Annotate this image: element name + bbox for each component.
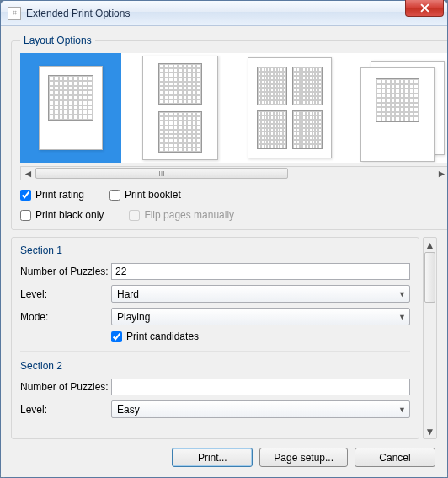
- layout-options-group: Layout Options: [11, 35, 447, 230]
- layout-thumbnails: [20, 53, 447, 163]
- scroll-left-arrow[interactable]: ◄: [21, 167, 35, 180]
- scroll-handle[interactable]: III: [35, 168, 288, 179]
- chevron-down-icon: ▼: [398, 313, 406, 321]
- s1-level-label: Level:: [20, 288, 111, 300]
- print-black-only-checkbox[interactable]: Print black only: [20, 209, 104, 221]
- titlebar: ⌗ Extended Print Options: [1, 1, 447, 26]
- layout-thumbnails-scrollbar[interactable]: ◄ III ►: [20, 166, 447, 180]
- dialog-body: Layout Options: [1, 26, 447, 477]
- flip-pages-input: [129, 210, 140, 221]
- sudoku-grid-icon: [257, 67, 287, 105]
- scroll-track[interactable]: [424, 252, 436, 424]
- s2-num-input[interactable]: [111, 379, 410, 395]
- app-icon: ⌗: [8, 7, 21, 20]
- s1-level-row: Level: Hard ▼: [20, 285, 410, 303]
- s1-mode-row: Mode: Playing ▼: [20, 308, 410, 325]
- print-candidates-checkbox[interactable]: Print candidates: [111, 330, 202, 342]
- scroll-track[interactable]: III: [35, 167, 435, 180]
- sudoku-grid-icon: [257, 110, 287, 149]
- s1-mode-value: Playing: [117, 311, 150, 323]
- s2-level-value: Easy: [117, 404, 140, 416]
- page-preview: [248, 57, 332, 158]
- layout-checkbox-row-2: Print black only Flip pages manually: [20, 209, 447, 221]
- layout-options-legend: Layout Options: [20, 35, 95, 46]
- window-title: Extended Print Options: [26, 8, 130, 19]
- flip-pages-label: Flip pages manually: [144, 209, 234, 221]
- s1-level-select[interactable]: Hard ▼: [111, 285, 410, 303]
- layout-thumb-booklet[interactable]: [349, 53, 447, 163]
- close-button[interactable]: [405, 0, 444, 17]
- s2-level-select[interactable]: Easy ▼: [111, 400, 410, 418]
- page-preview: [142, 56, 218, 160]
- section-1-title: Section 1: [20, 244, 410, 256]
- s1-num-input[interactable]: [111, 263, 410, 280]
- chevron-down-icon: ▼: [398, 290, 406, 298]
- sections-scrollbar[interactable]: ▲ ▼: [423, 237, 437, 439]
- print-booklet-label: Print booklet: [125, 189, 181, 201]
- close-icon: [420, 3, 429, 13]
- s1-candidates-row: Print candidates: [20, 330, 410, 342]
- page-preview: [354, 61, 445, 155]
- button-bar: Print... Page setup... Cancel: [11, 446, 437, 470]
- print-rating-input[interactable]: [20, 190, 31, 201]
- page-preview: [39, 66, 103, 150]
- sudoku-grid-icon: [48, 75, 93, 121]
- s1-num-label: Number of Puzzles:: [20, 266, 111, 277]
- print-black-only-label: Print black only: [35, 209, 104, 221]
- s1-mode-select[interactable]: Playing ▼: [111, 308, 410, 325]
- scroll-right-arrow[interactable]: ►: [435, 167, 447, 180]
- print-booklet-checkbox[interactable]: Print booklet: [109, 189, 181, 201]
- s2-level-row: Level: Easy ▼: [20, 400, 410, 418]
- s2-num-row: Number of Puzzles:: [20, 379, 410, 395]
- scroll-down-arrow[interactable]: ▼: [424, 424, 436, 438]
- s2-level-label: Level:: [20, 404, 111, 416]
- layout-thumb-2up[interactable]: [130, 53, 231, 163]
- layout-checkbox-row-1: Print rating Print booklet: [20, 189, 447, 201]
- s2-num-label: Number of Puzzles:: [20, 381, 111, 393]
- s1-mode-label: Mode:: [20, 311, 111, 323]
- scroll-handle[interactable]: [424, 252, 435, 303]
- print-black-only-input[interactable]: [20, 210, 31, 221]
- sudoku-grid-icon: [292, 67, 323, 105]
- scroll-up-arrow[interactable]: ▲: [424, 238, 436, 252]
- sections-scroll-content: Section 1 Number of Puzzles: Level: Hard…: [11, 237, 419, 439]
- section-divider: [20, 351, 410, 352]
- layout-thumb-4up[interactable]: [239, 53, 340, 163]
- print-candidates-label: Print candidates: [126, 330, 199, 342]
- print-button[interactable]: Print...: [172, 448, 253, 467]
- sudoku-grid-icon: [158, 111, 202, 153]
- print-candidates-input[interactable]: [111, 331, 122, 342]
- dialog-window: ⌗ Extended Print Options Layout Options: [0, 0, 448, 478]
- s1-num-row: Number of Puzzles:: [20, 263, 410, 280]
- layout-thumb-1up[interactable]: [20, 53, 121, 163]
- section-2-title: Section 2: [20, 360, 410, 372]
- print-booklet-input[interactable]: [109, 190, 120, 201]
- page-setup-button[interactable]: Page setup...: [259, 448, 348, 467]
- chevron-down-icon: ▼: [398, 405, 406, 414]
- print-rating-checkbox[interactable]: Print rating: [20, 189, 84, 201]
- sudoku-grid-icon: [292, 110, 323, 149]
- sudoku-grid-icon: [376, 78, 419, 122]
- s1-level-value: Hard: [117, 288, 139, 300]
- cancel-button[interactable]: Cancel: [355, 448, 435, 467]
- sudoku-grid-icon: [158, 63, 202, 105]
- flip-pages-checkbox: Flip pages manually: [129, 209, 234, 221]
- print-rating-label: Print rating: [35, 189, 84, 201]
- sections-panel: Section 1 Number of Puzzles: Level: Hard…: [11, 237, 437, 439]
